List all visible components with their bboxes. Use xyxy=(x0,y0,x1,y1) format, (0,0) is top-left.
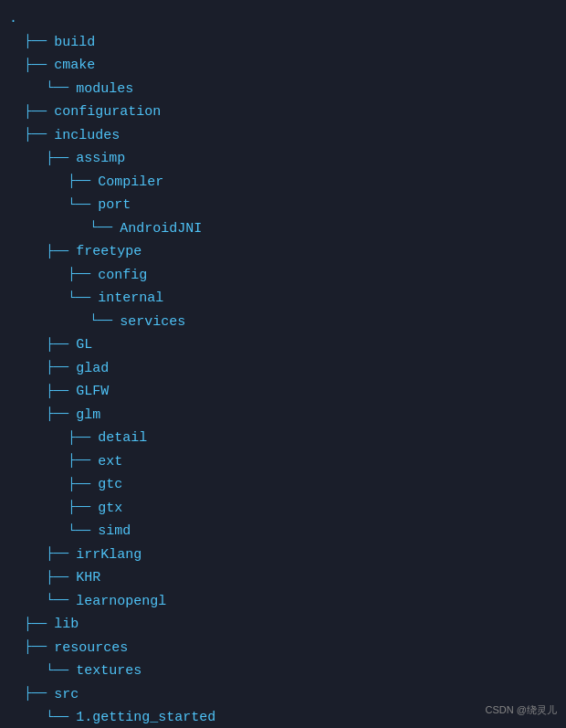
tree-row: ├── includes xyxy=(9,124,557,148)
tree-label: KHR xyxy=(76,566,100,590)
tree-connector: ├── xyxy=(24,637,47,659)
tree-row: ├── lib xyxy=(9,613,557,637)
tree-connector: └── xyxy=(68,195,90,216)
tree-label: 1.getting_started xyxy=(76,706,215,728)
tree-connector: ├── xyxy=(24,124,47,146)
tree-label: ext xyxy=(98,450,122,474)
tree-row: ├── GL xyxy=(9,333,557,357)
tree-row: ├── KHR xyxy=(9,566,557,590)
tree-row: └── internal xyxy=(9,287,557,311)
tree-row: ├── glad xyxy=(9,357,557,381)
tree-row: ├── glm xyxy=(9,404,557,427)
tree-row: ├── configuration xyxy=(9,100,557,124)
tree-label: GLFW xyxy=(76,380,109,404)
tree-row: └── modules xyxy=(9,78,557,101)
tree-row: ├── src xyxy=(9,683,557,707)
tree-connector: └── xyxy=(89,311,112,332)
tree-label: glm xyxy=(76,404,100,427)
tree-row: ├── gtx xyxy=(9,497,557,521)
tree-connector: └── xyxy=(46,660,68,682)
tree-row: └── learnopengl xyxy=(9,590,557,614)
tree-label: freetype xyxy=(76,240,142,264)
tree-label: modules xyxy=(76,78,133,101)
tree-row: ├── gtc xyxy=(9,473,557,497)
tree-connector: └── xyxy=(89,217,112,239)
tree-row: └── services xyxy=(9,311,557,334)
tree-row: ├── config xyxy=(9,264,557,288)
tree-label: build xyxy=(54,31,95,55)
tree-connector: ├── xyxy=(68,497,90,519)
tree-row: ├── assimp xyxy=(9,147,557,171)
tree-row: ├── freetype xyxy=(9,240,557,264)
tree-connector: └── xyxy=(46,590,68,612)
tree-connector: ├── xyxy=(46,241,68,263)
tree-label: detail xyxy=(98,427,147,450)
root-item: . xyxy=(9,7,557,31)
tree-label: cmake xyxy=(54,54,95,78)
tree-label: gtx xyxy=(98,497,122,521)
tree-connector: ├── xyxy=(46,148,68,170)
tree-label: assimp xyxy=(76,147,125,171)
tree-connector: ├── xyxy=(46,381,68,403)
watermark: CSDN @绕灵儿 xyxy=(486,702,557,719)
tree-label: port xyxy=(98,194,131,217)
tree-label: configuration xyxy=(54,100,161,124)
tree-connector: ├── xyxy=(68,427,90,449)
tree-connector: ├── xyxy=(24,614,47,636)
tree-row: ├── detail xyxy=(9,427,557,450)
root-label: . xyxy=(9,7,17,31)
tree-connector: └── xyxy=(46,78,68,100)
tree-row: └── AndroidJNI xyxy=(9,217,557,241)
tree-label: config xyxy=(98,264,147,288)
tree-connector: ├── xyxy=(24,101,47,123)
tree-label: glad xyxy=(76,357,109,381)
tree-label: learnopengl xyxy=(76,590,166,614)
tree-connector: ├── xyxy=(68,264,90,286)
tree-label: src xyxy=(54,683,79,707)
tree-row: └── 1.getting_started xyxy=(9,706,557,728)
tree-label: Compiler xyxy=(98,171,163,195)
tree-row: ├── GLFW xyxy=(9,380,557,404)
tree-connector: └── xyxy=(68,521,90,543)
tree-row: ├── build xyxy=(9,31,557,55)
tree-label: lib xyxy=(54,613,79,637)
tree-label: gtc xyxy=(98,473,122,497)
tree-connector: ├── xyxy=(24,55,47,77)
tree-connector: └── xyxy=(68,288,90,310)
tree-connector: ├── xyxy=(46,543,68,565)
tree-label: textures xyxy=(76,659,142,683)
tree-connector: └── xyxy=(46,707,68,728)
tree-label: includes xyxy=(54,124,120,148)
tree-label: internal xyxy=(98,287,163,311)
tree-row: └── port xyxy=(9,194,557,217)
tree-row: ├── resources xyxy=(9,637,557,660)
tree-connector: ├── xyxy=(68,171,90,193)
tree-row: ├── ext xyxy=(9,450,557,474)
tree-connector: ├── xyxy=(46,334,68,356)
tree-row: ├── irrKlang xyxy=(9,543,557,567)
tree-row: ├── cmake xyxy=(9,54,557,78)
tree-connector: ├── xyxy=(68,450,90,472)
tree-label: AndroidJNI xyxy=(120,217,202,241)
tree-label: irrKlang xyxy=(76,543,142,567)
tree-label: GL xyxy=(76,333,92,357)
tree-connector: ├── xyxy=(46,404,68,426)
tree-connector: ├── xyxy=(68,474,90,496)
tree-label: resources xyxy=(54,637,128,660)
tree-row: └── textures xyxy=(9,659,557,683)
tree-label: simd xyxy=(98,520,131,543)
tree-connector: ├── xyxy=(46,357,68,379)
tree-row: ├── Compiler xyxy=(9,171,557,195)
tree-row: └── simd xyxy=(9,520,557,543)
tree-connector: ├── xyxy=(24,683,47,705)
tree-connector: ├── xyxy=(46,567,68,589)
file-tree: . ├── build ├── cmake └── modules ├── co… xyxy=(9,7,557,728)
tree-label: services xyxy=(120,311,185,334)
tree-connector: ├── xyxy=(24,31,47,53)
